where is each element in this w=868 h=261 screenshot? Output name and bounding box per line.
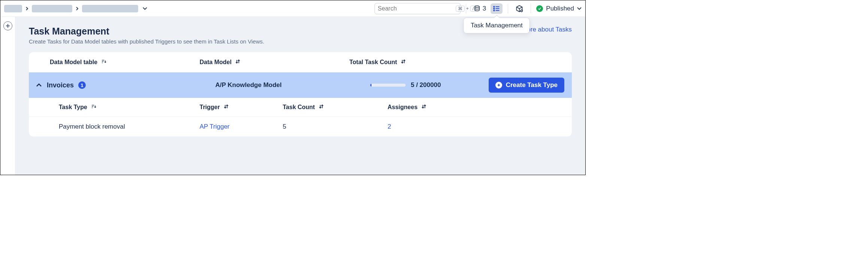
chevron-up-icon[interactable]: [36, 82, 42, 88]
page-subtitle: Create Tasks for Data Model tables with …: [29, 38, 264, 45]
task-management-button[interactable]: [491, 3, 503, 14]
header-trigger[interactable]: Trigger: [200, 104, 220, 111]
cell-task-type: Payment block removal: [59, 123, 200, 130]
table-row[interactable]: Payment block removal AP Trigger 5 2: [29, 117, 572, 136]
breadcrumb-item-2[interactable]: [32, 5, 72, 12]
group-task-count: 5 / 200000: [411, 81, 441, 89]
cell-trigger-link[interactable]: AP Trigger: [200, 123, 230, 130]
cell-task-count: 5: [283, 123, 388, 130]
sort-icon[interactable]: [91, 104, 96, 111]
task-management-tooltip: Task Management: [464, 18, 530, 33]
header-data-model[interactable]: Data Model: [200, 59, 231, 66]
plus-circle-icon: [495, 82, 502, 88]
sort-icon[interactable]: [401, 59, 406, 66]
svg-point-0: [475, 6, 479, 8]
task-panel: Data Model table Data Model Total Task C…: [29, 52, 572, 136]
group-badge: 1: [78, 81, 86, 89]
chevron-right-icon: [24, 6, 30, 12]
topbar: ⌘ + / 3 Task Management Published: [0, 0, 585, 17]
chevron-down-icon: [577, 7, 582, 10]
outer-table-header: Data Model table Data Model Total Task C…: [29, 52, 572, 72]
group-name: Invoices: [47, 81, 74, 89]
package-settings-button[interactable]: [513, 3, 525, 14]
task-list-icon: [493, 5, 500, 12]
database-icon: [474, 5, 480, 12]
sort-icon[interactable]: [421, 104, 427, 111]
inner-table-header: Task Type Trigger Task Count: [29, 98, 572, 117]
header-assignees[interactable]: Assignees: [388, 104, 418, 111]
plus-icon: [6, 24, 10, 28]
group-data-model: A/P Knowledge Model: [215, 81, 365, 89]
package-gear-icon: [516, 5, 523, 12]
check-circle-icon: [536, 5, 543, 12]
chevron-down-icon[interactable]: [140, 6, 147, 11]
svg-point-5: [494, 8, 495, 9]
main-content: Task Management Create Tasks for Data Mo…: [15, 17, 585, 175]
add-button[interactable]: [3, 21, 12, 30]
header-total-task-count[interactable]: Total Task Count: [349, 59, 397, 66]
header-task-type[interactable]: Task Type: [59, 104, 87, 111]
sort-icon[interactable]: [224, 104, 229, 111]
cell-assignees-link[interactable]: 2: [388, 123, 391, 130]
header-data-model-table[interactable]: Data Model table: [50, 59, 97, 66]
header-task-count[interactable]: Task Count: [283, 104, 315, 111]
svg-point-4: [494, 6, 495, 7]
sort-icon[interactable]: [101, 59, 106, 66]
database-count[interactable]: 3: [471, 3, 488, 14]
publish-status[interactable]: Published: [536, 5, 582, 12]
chevron-right-icon: [75, 6, 80, 12]
sort-icon[interactable]: [319, 104, 324, 111]
search-input[interactable]: [378, 5, 453, 12]
breadcrumb-item-3[interactable]: [82, 5, 138, 12]
progress-bar: [370, 84, 406, 87]
search-input-container[interactable]: ⌘ + /: [374, 3, 461, 14]
sidebar: [0, 17, 15, 175]
breadcrumb-item-1[interactable]: [4, 5, 22, 12]
publish-status-label: Published: [546, 5, 574, 12]
create-task-type-button[interactable]: Create Task Type: [489, 78, 564, 93]
page-title: Task Management: [29, 26, 264, 37]
svg-point-6: [494, 10, 495, 11]
group-row-invoices[interactable]: Invoices 1 A/P Knowledge Model 5 / 20000…: [29, 72, 572, 98]
database-count-value: 3: [483, 5, 486, 12]
sort-icon[interactable]: [235, 59, 240, 66]
